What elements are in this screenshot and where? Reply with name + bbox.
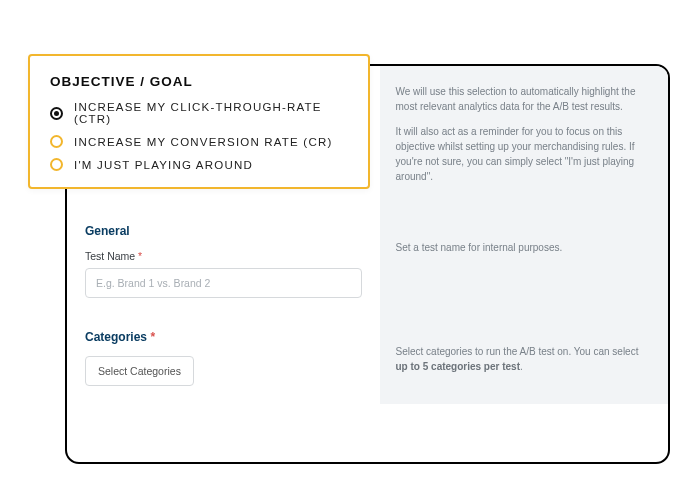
objective-option-playing[interactable]: I'M JUST PLAYING AROUND: [50, 158, 348, 171]
select-categories-label: Select Categories: [98, 365, 181, 377]
radio-dot-icon: [54, 111, 59, 116]
test-name-input[interactable]: [85, 268, 362, 298]
objective-option-ctr[interactable]: INCREASE MY CLICK-THROUGH-RATE (CTR): [50, 101, 348, 125]
categories-help-prefix: Select categories to run the A/B test on…: [396, 346, 639, 357]
radio-icon: [50, 158, 63, 171]
objective-help-p1: We will use this selection to automatica…: [396, 84, 652, 114]
categories-title-text: Categories: [85, 330, 147, 344]
required-mark: *: [138, 250, 142, 262]
objective-option-label: INCREASE MY CLICK-THROUGH-RATE (CTR): [74, 101, 348, 125]
general-left: General Test Name *: [67, 206, 380, 316]
general-help: Set a test name for internal purposes.: [380, 206, 668, 316]
categories-help-strong: up to 5 categories per test: [396, 361, 520, 372]
general-help-text: Set a test name for internal purposes.: [396, 240, 652, 255]
objective-option-label: I'M JUST PLAYING AROUND: [74, 159, 253, 171]
general-title: General: [85, 224, 362, 238]
objective-card-title: OBJECTIVE / GOAL: [50, 74, 348, 89]
categories-help-text: Select categories to run the A/B test on…: [396, 344, 652, 374]
categories-help-suffix: .: [520, 361, 523, 372]
objective-help: We will use this selection to automatica…: [380, 66, 668, 206]
test-name-label-text: Test Name: [85, 250, 135, 262]
radio-icon: [50, 135, 63, 148]
radio-icon: [50, 107, 63, 120]
objective-card: OBJECTIVE / GOAL INCREASE MY CLICK-THROU…: [28, 54, 370, 189]
general-section: General Test Name * Set a test name for …: [67, 206, 668, 316]
select-categories-button[interactable]: Select Categories: [85, 356, 194, 386]
categories-left: Categories * Select Categories: [67, 316, 380, 404]
test-name-label: Test Name *: [85, 250, 362, 262]
categories-title: Categories *: [85, 330, 362, 344]
categories-help: Select categories to run the A/B test on…: [380, 316, 668, 404]
categories-section: Categories * Select Categories Select ca…: [67, 316, 668, 404]
required-mark: *: [150, 330, 155, 344]
objective-help-p2: It will also act as a reminder for you t…: [396, 124, 652, 184]
objective-option-label: INCREASE MY CONVERSION RATE (CR): [74, 136, 332, 148]
objective-option-cr[interactable]: INCREASE MY CONVERSION RATE (CR): [50, 135, 348, 148]
